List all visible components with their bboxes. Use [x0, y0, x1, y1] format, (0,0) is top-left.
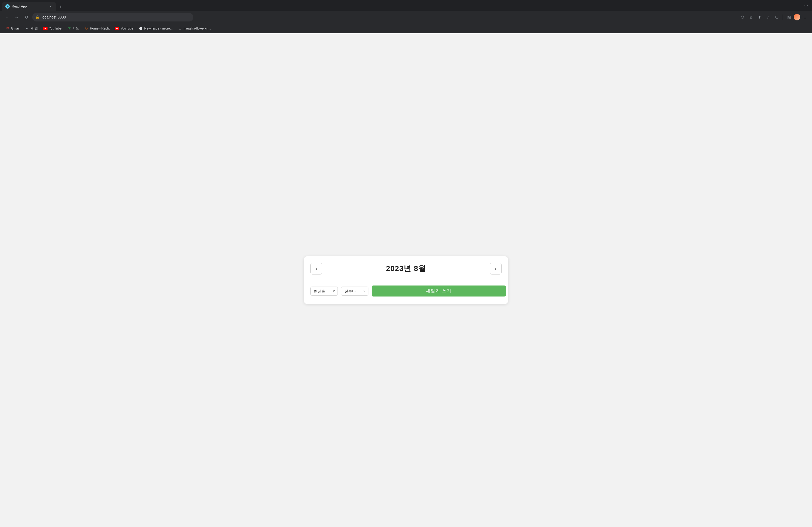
bookmark-github-label: New Issue · micro...: [144, 27, 172, 30]
newtab-favicon: ●: [25, 26, 29, 31]
bookmark-replit[interactable]: ⬡ Home - Replit: [82, 25, 112, 32]
calendar-header: ‹ 2023년 8월 ›: [310, 263, 502, 280]
tab-favicon: ⚛: [5, 4, 10, 9]
title-bar: ⚛ React App ✕ + ⋯: [0, 0, 812, 11]
sort-select[interactable]: 최신순 오래된순: [310, 287, 338, 296]
bookmarks-bar: ✉ Gmail ● 새 탭 ▶ YouTube 🗺 지도 ⬡ Home - Re…: [0, 24, 812, 33]
youtube1-favicon: ▶: [43, 26, 47, 31]
filter-select-wrapper: 전부다 공개만 비공개만: [341, 287, 368, 296]
address-bar-row: ← → ↻ 🔒 localhost:3000 ⬡ ⧉ ⬆ ☆ ⬡ ▧ ⋮: [0, 11, 812, 24]
bookmark-maps-label: 지도: [73, 26, 79, 31]
toolbar-divider: [783, 15, 783, 20]
calendar-controls: 최신순 오래된순 전부다 공개만 비공개만 새일기 쓰기: [310, 286, 502, 297]
share-icon[interactable]: ⬆: [756, 13, 764, 21]
calendar-month-title: 2023년 8월: [386, 264, 426, 274]
prev-month-button[interactable]: ‹: [310, 263, 322, 274]
url-text: localhost:3000: [42, 15, 190, 19]
profile-avatar[interactable]: [794, 14, 800, 20]
browser-chrome: ⚛ React App ✕ + ⋯ ← → ↻ 🔒 localhost:3000…: [0, 0, 812, 33]
bookmark-youtube2-label: YouTube: [120, 27, 133, 30]
title-bar-controls: ⋯: [802, 2, 810, 9]
bookmark-gmail[interactable]: ✉ Gmail: [3, 25, 21, 32]
bookmark-newtab-label: 새 탭: [30, 26, 38, 31]
maps-favicon: 🗺: [67, 26, 71, 31]
address-bar[interactable]: 🔒 localhost:3000: [32, 13, 193, 21]
bookmark-gmail-label: Gmail: [11, 27, 19, 30]
open-tab-icon[interactable]: ⬡: [739, 13, 746, 21]
tab-title: React App: [12, 4, 46, 8]
bookmark-list-icon[interactable]: ⧉: [747, 13, 755, 21]
bookmark-youtube1[interactable]: ▶ YouTube: [41, 25, 64, 32]
bookmark-notion[interactable]: □ naughty-flower-m...: [176, 25, 214, 32]
tab-bar: ⚛ React App ✕ +: [2, 0, 801, 11]
back-button[interactable]: ←: [3, 13, 11, 21]
sidebar-toggle[interactable]: ▧: [785, 13, 793, 21]
gmail-favicon: ✉: [5, 26, 10, 31]
extension-icon[interactable]: ⬡: [773, 13, 781, 21]
bookmark-notion-label: naughty-flower-m...: [184, 27, 211, 30]
filter-select[interactable]: 전부다 공개만 비공개만: [341, 287, 368, 296]
bookmark-youtube2[interactable]: ▶ YouTube: [113, 25, 135, 32]
bookmark-maps[interactable]: 🗺 지도: [65, 25, 81, 32]
bookmark-github[interactable]: ⬤ New Issue · micro...: [136, 25, 175, 32]
bookmark-replit-label: Home - Replit: [90, 27, 110, 30]
github-favicon: ⬤: [139, 26, 143, 31]
new-tab-button[interactable]: +: [57, 3, 64, 11]
next-month-button[interactable]: ›: [490, 263, 502, 274]
page-content: ‹ 2023년 8월 › 최신순 오래된순 전부다 공개만 비공개만: [0, 33, 812, 527]
lock-icon: 🔒: [35, 15, 40, 19]
youtube2-favicon: ▶: [115, 26, 119, 31]
star-icon[interactable]: ☆: [765, 13, 772, 21]
tab-close-button[interactable]: ✕: [48, 4, 53, 9]
active-tab[interactable]: ⚛ React App ✕: [2, 2, 56, 11]
menu-button[interactable]: ⋮: [801, 13, 809, 21]
notion-favicon: □: [178, 26, 182, 31]
sort-select-wrapper: 최신순 오래된순: [310, 287, 338, 296]
replit-favicon: ⬡: [84, 26, 89, 31]
bookmark-youtube1-label: YouTube: [49, 27, 61, 30]
write-diary-button[interactable]: 새일기 쓰기: [372, 286, 506, 297]
toolbar-icons: ⬡ ⧉ ⬆ ☆ ⬡ ▧ ⋮: [739, 13, 809, 21]
window-minimize-button[interactable]: ⋯: [802, 2, 810, 9]
reload-button[interactable]: ↻: [23, 13, 30, 21]
forward-button[interactable]: →: [13, 13, 20, 21]
calendar-card: ‹ 2023년 8월 › 최신순 오래된순 전부다 공개만 비공개만: [304, 256, 508, 304]
bookmark-newtab[interactable]: ● 새 탭: [23, 25, 40, 32]
